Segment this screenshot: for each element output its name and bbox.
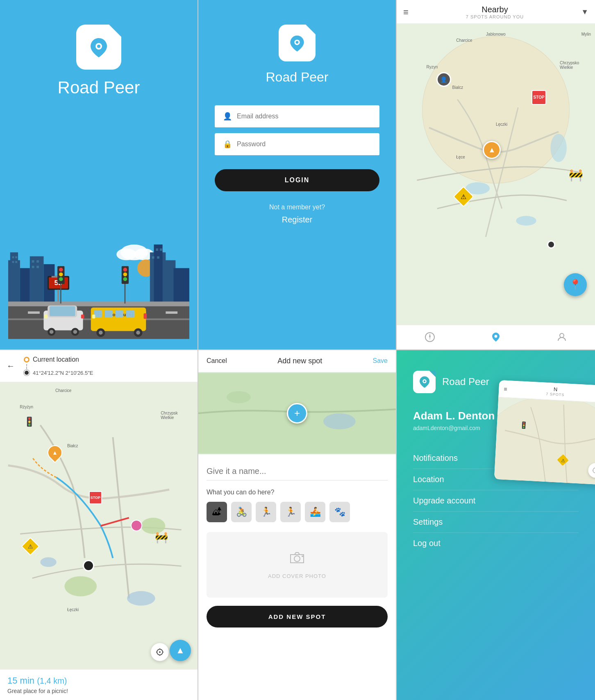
black-dot-marker	[547, 240, 555, 249]
preview-spots: 7 SPOTS	[546, 392, 564, 396]
route-stop-sign: STOP	[89, 491, 102, 504]
svg-rect-17	[32, 265, 34, 268]
svg-rect-79	[0, 405, 198, 646]
spot-name-input[interactable]	[207, 462, 388, 480]
nearby-subtitle: 7 SPOTS AROUND YOU	[466, 14, 524, 19]
nav-profile[interactable]	[556, 331, 568, 343]
add-cover-photo-button[interactable]: ADD COVER PHOTO	[207, 532, 388, 598]
activity-icons: 🏕 🚴 🏃 🏃 🚣 🐾	[207, 502, 388, 522]
add-new-spot-button[interactable]: ADD NEW SPOT	[207, 606, 388, 628]
splash-scene: 53	[8, 110, 189, 341]
route-map: Charcice Rżyżyn Białcz ChrzypskWielkie Ł…	[0, 382, 198, 670]
route-label-bialcz: Białcz	[67, 444, 78, 448]
person-icon: 👤	[223, 112, 232, 121]
svg-point-1	[97, 45, 100, 48]
register-link[interactable]: Register	[282, 215, 312, 224]
nav-compass[interactable]	[424, 331, 436, 343]
activity-hiking[interactable]: 🏃	[256, 502, 276, 522]
nearby-title: Nearby	[481, 5, 508, 14]
svg-rect-34	[28, 311, 40, 314]
svg-point-43	[59, 272, 63, 276]
login-button[interactable]: LOGIN	[215, 169, 379, 191]
camera-icon	[289, 550, 305, 569]
svg-point-96	[423, 380, 425, 382]
activity-cycling[interactable]: 🚴	[231, 502, 252, 522]
activity-pets[interactable]: 🐾	[329, 502, 350, 522]
svg-point-44	[59, 277, 63, 281]
route-warning: ⚠	[24, 540, 37, 553]
svg-rect-13	[12, 261, 14, 263]
login-logo-svg	[287, 33, 307, 53]
activity-water[interactable]: 🚣	[305, 502, 325, 522]
activity-camping[interactable]: 🏕	[207, 502, 227, 522]
svg-point-78	[560, 333, 564, 338]
route-label-leczki: Łęczki	[67, 607, 79, 612]
menu-settings[interactable]: Settings	[413, 512, 579, 533]
navigate-fab[interactable]: ▲	[170, 640, 191, 661]
svg-point-74	[516, 216, 536, 226]
route-footer: 15 min (1,4 km) Great place for a picnic…	[0, 669, 198, 700]
svg-rect-39	[8, 301, 189, 306]
svg-rect-25	[156, 248, 158, 251]
addspot-header: Cancel Add new spot Save	[198, 350, 396, 372]
route-label-ryzyn: Rżyżyn	[20, 405, 33, 409]
svg-point-56	[73, 330, 77, 334]
svg-rect-52	[50, 306, 75, 316]
panel-menu: Road Peer Adam L. Denton adamLdenton@gma…	[397, 350, 595, 700]
svg-point-93	[294, 556, 300, 562]
svg-point-94	[302, 555, 303, 557]
svg-point-48	[123, 272, 127, 276]
svg-point-82	[40, 557, 56, 567]
svg-point-83	[127, 591, 155, 605]
menu-logout[interactable]: Log out	[413, 533, 579, 554]
nav-spots[interactable]	[490, 331, 502, 343]
activity-running[interactable]: 🏃	[280, 502, 301, 522]
route-label-charcice: Charcice	[55, 388, 71, 393]
panel-splash: Road Peer	[0, 0, 198, 350]
activities-question: What you can do here?	[207, 489, 388, 496]
svg-point-54	[50, 330, 54, 334]
menu-upgrade[interactable]: Upgrade account	[413, 490, 579, 512]
person-pin: 👤	[436, 72, 451, 87]
nearby-map[interactable]: Jablonowo Charcice Mylin Ryzyn Bialcz Ch…	[397, 24, 595, 325]
svg-point-3	[116, 248, 136, 260]
filter-icon[interactable]: ▼	[581, 8, 588, 16]
menu-icon[interactable]: ≡	[403, 7, 409, 18]
save-button[interactable]: Save	[373, 357, 388, 365]
back-button[interactable]: ←	[7, 361, 15, 371]
splash-app-name: Road Peer	[58, 78, 140, 97]
menu-preview-card: ≡ N 7 SPOTS ▼ 🚦 ⚠	[494, 380, 595, 485]
cone-marker: 🚧	[569, 168, 583, 182]
email-input-wrap[interactable]: 👤	[215, 105, 379, 128]
svg-text:🚦: 🚦	[519, 421, 528, 429]
route-time: 15 min (1,4 km)	[7, 675, 67, 686]
route-dotted-line	[26, 364, 93, 369]
location-orange-dot	[24, 357, 30, 362]
svg-rect-58	[81, 314, 84, 318]
route-start-pin: ▲	[48, 445, 62, 460]
nearby-bottom-nav	[397, 325, 595, 349]
svg-point-68	[136, 331, 140, 335]
password-input-wrap[interactable]: 🔒	[215, 133, 379, 156]
route-description: Great place for a picnic!	[7, 688, 190, 694]
lock-icon: 🔒	[223, 140, 232, 149]
svg-rect-24	[157, 256, 159, 258]
svg-rect-62	[104, 310, 112, 317]
password-input[interactable]	[237, 140, 371, 148]
svg-rect-23	[152, 256, 154, 258]
stop-sign-marker: STOP	[531, 90, 546, 105]
svg-point-77	[494, 335, 497, 338]
svg-rect-12	[15, 256, 17, 258]
svg-rect-64	[126, 310, 134, 317]
svg-point-42	[59, 267, 63, 272]
svg-rect-26	[160, 248, 162, 251]
recenter-button[interactable]	[151, 643, 169, 661]
email-input[interactable]	[237, 113, 371, 120]
route-time-value: 15 min	[7, 675, 34, 686]
add-spot-fab[interactable]: 📍	[564, 273, 587, 296]
svg-point-85	[159, 651, 161, 653]
svg-rect-69	[92, 314, 95, 318]
cancel-button[interactable]: Cancel	[207, 357, 227, 365]
svg-rect-70	[144, 313, 147, 319]
addspot-title: Add new spot	[277, 357, 322, 365]
